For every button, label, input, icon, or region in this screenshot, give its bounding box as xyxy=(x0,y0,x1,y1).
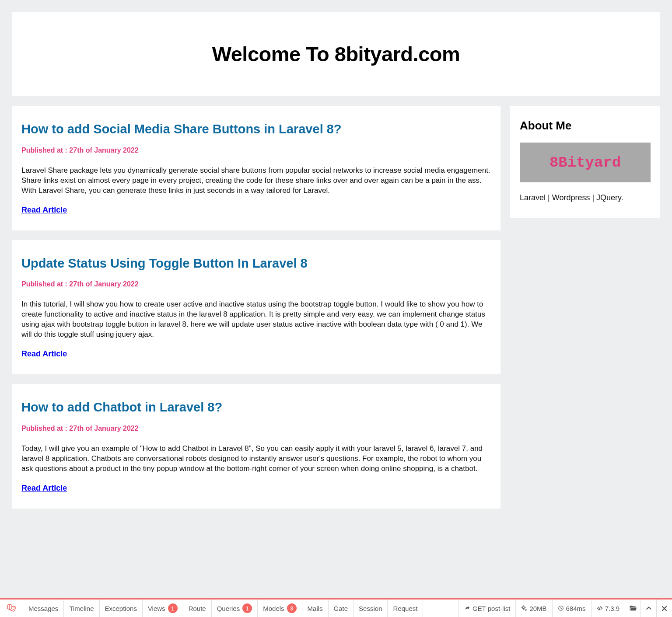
svg-point-1 xyxy=(525,609,527,611)
debugbar-tab-queries[interactable]: Queries1 xyxy=(212,600,258,617)
debugbar-collapse-button[interactable] xyxy=(640,600,656,617)
read-article-link[interactable]: Read Article xyxy=(21,349,67,359)
share-icon xyxy=(464,605,470,611)
sidebar-desc: Laravel | Wordpress | JQuery. xyxy=(520,193,651,202)
debugbar-tab-views[interactable]: Views1 xyxy=(143,600,183,617)
laravel-icon xyxy=(6,603,17,614)
debugbar-folder-button[interactable] xyxy=(625,600,640,617)
debugbar: Messages Timeline Exceptions Views1 Rout… xyxy=(0,599,672,617)
debugbar-route-indicator[interactable]: GET post-list xyxy=(458,600,515,617)
chevron-up-icon xyxy=(645,605,652,612)
svg-point-0 xyxy=(523,607,525,608)
post-published: Published at : 27th of January 2022 xyxy=(21,425,491,432)
debugbar-tab-request[interactable]: Request xyxy=(388,600,423,617)
post-published: Published at : 27th of January 2022 xyxy=(21,146,491,154)
views-badge: 1 xyxy=(168,603,178,613)
read-article-link[interactable]: Read Article xyxy=(21,206,67,215)
post-title-link[interactable]: How to add Chatbot in Laravel 8? xyxy=(21,400,491,415)
debugbar-version-indicator[interactable]: 7.3.9 xyxy=(591,600,625,617)
close-icon xyxy=(661,605,668,612)
sidebar-about: About Me 8Bityard Laravel | Wordpress | … xyxy=(510,106,660,218)
page-title: Welcome To 8bityard.com xyxy=(212,42,460,66)
debugbar-tab-gate[interactable]: Gate xyxy=(329,600,354,617)
code-icon xyxy=(597,605,603,611)
debugbar-tab-exceptions[interactable]: Exceptions xyxy=(100,600,143,617)
cogs-icon xyxy=(521,605,527,611)
debugbar-tab-messages[interactable]: Messages xyxy=(23,600,64,617)
debugbar-tab-timeline[interactable]: Timeline xyxy=(64,600,99,617)
sidebar-banner-text: 8Bityard xyxy=(550,154,621,171)
clock-icon xyxy=(558,605,564,611)
post-title-link[interactable]: Update Status Using Toggle Button In Lar… xyxy=(21,256,491,271)
debugbar-tab-models[interactable]: Models3 xyxy=(258,600,302,617)
post-card: Update Status Using Toggle Button In Lar… xyxy=(12,240,500,375)
post-title-link[interactable]: How to add Social Media Share Buttons in… xyxy=(21,122,491,137)
sidebar-banner: 8Bityard xyxy=(520,143,651,182)
post-card: How to add Social Media Share Buttons in… xyxy=(12,106,500,230)
post-card: How to add Chatbot in Laravel 8? Publish… xyxy=(12,384,500,509)
debugbar-tab-session[interactable]: Session xyxy=(354,600,388,617)
post-body: Today, I will give you an example of "Ho… xyxy=(21,444,491,474)
read-article-link[interactable]: Read Article xyxy=(21,484,67,493)
debugbar-logo[interactable] xyxy=(0,600,23,617)
debugbar-tab-route[interactable]: Route xyxy=(183,600,212,617)
hero-banner: Welcome To 8bityard.com xyxy=(12,12,660,96)
folder-open-icon xyxy=(629,604,637,612)
post-body: Laravel Share package lets you dynamical… xyxy=(21,166,491,196)
post-published: Published at : 27th of January 2022 xyxy=(21,280,491,288)
sidebar-title: About Me xyxy=(520,119,651,132)
debugbar-close-button[interactable] xyxy=(656,600,672,617)
queries-badge: 1 xyxy=(242,603,252,613)
debugbar-memory-indicator[interactable]: 20MB xyxy=(515,600,552,617)
debugbar-tab-mails[interactable]: Mails xyxy=(302,600,329,617)
debugbar-time-indicator[interactable]: 684ms xyxy=(552,600,591,617)
post-body: In this tutorial, I will show you how to… xyxy=(21,300,491,340)
models-badge: 3 xyxy=(287,603,297,613)
